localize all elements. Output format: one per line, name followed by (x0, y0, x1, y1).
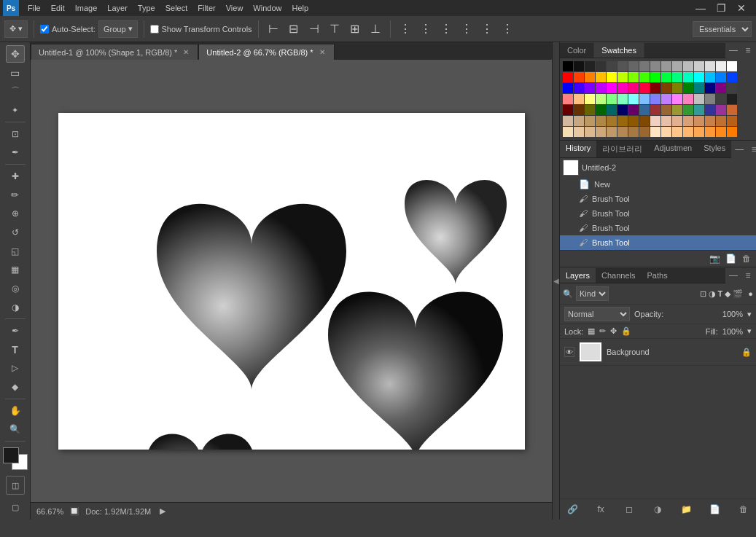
tab-untitled-1[interactable]: Untitled-1 @ 100% (Shape 1, RGB/8) * ✕ (31, 44, 198, 60)
align-bottom-button[interactable]: ⊥ (367, 20, 384, 38)
swatch-cell[interactable] (596, 116, 606, 126)
swatch-cell[interactable] (705, 83, 715, 93)
spot-healing-tool[interactable]: ✚ (6, 168, 25, 185)
swatch-cell[interactable] (716, 72, 726, 82)
tab-history[interactable]: History (560, 141, 596, 157)
lock-all-btn[interactable]: 🔒 (621, 326, 631, 336)
swatch-cell[interactable] (585, 105, 595, 115)
swatch-cell[interactable] (694, 105, 704, 115)
swatch-cell[interactable] (585, 83, 595, 93)
swatch-cell[interactable] (650, 61, 660, 71)
add-style-btn[interactable]: fx (593, 501, 609, 517)
swatch-cell[interactable] (607, 105, 617, 115)
swatch-cell[interactable] (563, 61, 573, 71)
menu-layer[interactable]: Layer (103, 2, 132, 14)
swatch-cell[interactable] (628, 105, 639, 115)
marquee-tool[interactable]: ▭ (6, 64, 25, 82)
workspace-selector[interactable]: Essentials (693, 21, 752, 37)
align-right-button[interactable]: ⊣ (305, 20, 323, 38)
swatch-cell[interactable] (639, 83, 650, 93)
swatch-cell[interactable] (650, 116, 660, 126)
swatch-cell[interactable] (574, 83, 584, 93)
swatch-cell[interactable] (650, 127, 660, 137)
swatch-cell[interactable] (617, 83, 628, 93)
swatch-cell[interactable] (617, 105, 628, 115)
swatch-cell[interactable] (705, 61, 715, 71)
swatch-cell[interactable] (574, 72, 584, 82)
swatch-cell[interactable] (607, 83, 617, 93)
dodge-tool[interactable]: ◑ (6, 299, 25, 316)
add-adjustment-btn[interactable]: ◑ (650, 501, 666, 517)
swatch-cell[interactable] (650, 94, 660, 104)
tab-close-1[interactable]: ✕ (182, 48, 190, 57)
swatch-cell[interactable] (672, 105, 682, 115)
pen-tool[interactable]: ✒ (6, 322, 25, 340)
quick-select-tool[interactable]: ✦ (6, 101, 25, 119)
tab-layers[interactable]: Layers (560, 268, 596, 283)
swatch-cell[interactable] (661, 127, 671, 137)
history-item-brush-3[interactable]: 🖌 Brush Tool (560, 221, 756, 235)
swatch-cell[interactable] (639, 61, 650, 71)
filter-pixel-btn[interactable]: ⊡ (700, 289, 706, 299)
swatch-cell[interactable] (672, 94, 682, 104)
eraser-tool[interactable]: ◱ (6, 243, 25, 260)
swatch-cell[interactable] (563, 116, 573, 126)
swatches-menu-btn[interactable]: ≡ (741, 44, 755, 57)
history-brush-tool[interactable]: ↺ (6, 224, 25, 241)
swatch-cell[interactable] (661, 116, 671, 126)
swatch-cell[interactable] (596, 94, 606, 104)
swatch-cell[interactable] (628, 94, 639, 104)
foreground-color-swatch[interactable] (3, 447, 19, 463)
tab-adjustments[interactable]: Adjustmen (648, 141, 698, 157)
swatch-cell[interactable] (694, 116, 704, 126)
history-item-brush-2[interactable]: 🖌 Brush Tool (560, 206, 756, 221)
maximize-button[interactable]: ❐ (712, 0, 730, 17)
filter-type-btn[interactable]: T (718, 289, 723, 299)
swatches-minimize-btn[interactable]: — (727, 44, 740, 57)
tab-styles[interactable]: Styles (698, 141, 731, 157)
delete-history-btn[interactable]: 🗑 (740, 252, 753, 265)
swatch-cell[interactable] (694, 72, 704, 82)
swatch-cell[interactable] (716, 94, 726, 104)
swatch-cell[interactable] (727, 61, 737, 71)
swatch-cell[interactable] (661, 83, 671, 93)
panel-collapse-handle[interactable]: ◀ (552, 42, 559, 520)
swatch-cell[interactable] (596, 105, 606, 115)
nav-arrow[interactable]: ▶ (160, 506, 165, 516)
add-mask-btn[interactable]: ◻ (621, 501, 637, 517)
swatch-cell[interactable] (727, 116, 737, 126)
filter-smart-btn[interactable]: 🎬 (733, 289, 743, 299)
distribute-center-button[interactable]: ⋮ (417, 20, 434, 38)
shape-tool[interactable]: ◆ (6, 378, 25, 396)
swatch-cell[interactable] (596, 83, 606, 93)
lock-position-btn[interactable]: ✥ (610, 326, 617, 336)
swatch-cell[interactable] (683, 61, 693, 71)
swatch-cell[interactable] (650, 72, 660, 82)
layers-menu-btn[interactable]: ≡ (741, 269, 755, 282)
swatch-cell[interactable] (639, 116, 650, 126)
swatch-cell[interactable] (705, 105, 715, 115)
tab-paths[interactable]: Paths (642, 268, 674, 283)
swatch-cell[interactable] (585, 116, 595, 126)
quick-mask-toggle[interactable]: ◫ (6, 476, 25, 495)
swatch-cell[interactable] (727, 83, 737, 93)
swatch-cell[interactable] (661, 72, 671, 82)
move-tool-button[interactable]: ✥ ▾ (4, 20, 28, 38)
swatch-cell[interactable] (628, 61, 639, 71)
swatch-cell[interactable] (683, 127, 693, 137)
swatch-cell[interactable] (617, 127, 628, 137)
hand-tool[interactable]: ✋ (6, 402, 25, 420)
swatch-cell[interactable] (683, 105, 693, 115)
tab-swatches[interactable]: Swatches (594, 43, 644, 58)
swatch-cell[interactable] (705, 116, 715, 126)
swatch-cell[interactable] (563, 83, 573, 93)
swatch-cell[interactable] (672, 83, 682, 93)
history-item-brush-4[interactable]: 🖌 Brush Tool (560, 235, 756, 250)
swatch-cell[interactable] (716, 105, 726, 115)
history-item-brush-1[interactable]: 🖌 Brush Tool (560, 192, 756, 206)
swatch-cell[interactable] (727, 72, 737, 82)
swatch-cell[interactable] (563, 127, 573, 137)
menu-file[interactable]: File (23, 2, 45, 14)
clone-stamp-tool[interactable]: ⊕ (6, 205, 25, 222)
filter-adjust-btn[interactable]: ◑ (709, 289, 716, 299)
